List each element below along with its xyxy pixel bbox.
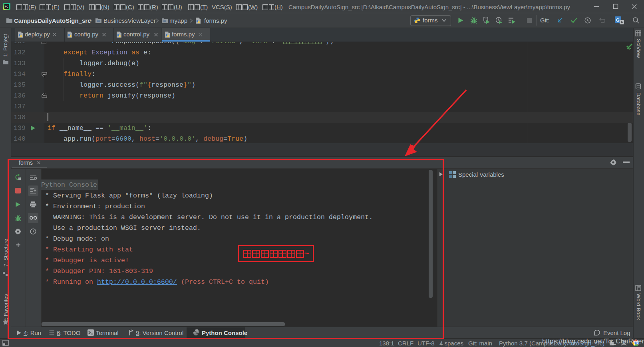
svg-text:G: G	[616, 18, 620, 22]
svg-text:PC: PC	[5, 5, 8, 8]
